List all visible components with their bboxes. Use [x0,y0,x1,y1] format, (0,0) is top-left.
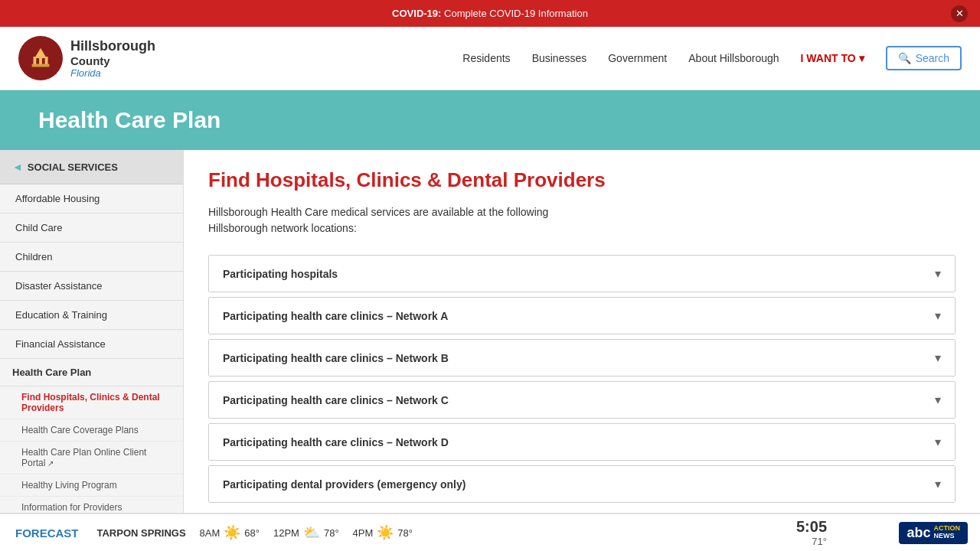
sidebar-item-financial-assistance[interactable]: Financial Assistance [0,330,183,359]
main-content: Find Hospitals, Clinics & Dental Provide… [184,150,980,517]
chevron-down-icon: ▾ [935,266,941,281]
accordion-network-d-header[interactable]: Participating health care clinics – Netw… [209,424,955,460]
accordion-network-a: Participating health care clinics – Netw… [208,297,956,334]
search-label: Search [916,52,949,64]
accordion-dental-header[interactable]: Participating dental providers (emergenc… [209,466,955,502]
chevron-down-icon: ▾ [935,350,941,365]
alert-close-button[interactable]: ✕ [951,5,968,22]
sidebar-item-affordable-housing[interactable]: Affordable Housing [0,184,183,214]
accordion-network-b: Participating health care clinics – Netw… [208,339,956,377]
logo-area: Hillsborough County Florida [18,36,155,80]
sidebar-item-child-care[interactable]: Child Care [0,214,183,243]
logo-florida-label: Florida [70,67,155,79]
nav-government[interactable]: Government [608,52,667,64]
accordion-network-b-label: Participating health care clinics – Netw… [223,352,449,364]
search-button[interactable]: 🔍 Search [886,46,962,70]
content-desc-line1: Hillsborough Health Care medical service… [208,206,548,218]
page-header-bar: Health Care Plan [0,90,980,150]
chevron-down-icon: ▾ [859,52,864,64]
accordion-network-c-label: Participating health care clinics – Netw… [223,394,449,406]
back-arrow-icon: ◄ [12,161,23,173]
nav-i-want-label: I WANT TO [801,52,856,64]
sun-icon-4pm: ☀️ [377,524,394,541]
sidebar-back-button[interactable]: ◄ SOCIAL SERVICES [0,150,183,184]
accordion-hospitals-header[interactable]: Participating hospitals ▾ [209,256,955,292]
accordion-hospitals-label: Participating hospitals [223,268,338,280]
sidebar-sub-find-hospitals[interactable]: Find Hospitals, Clinics & Dental Provide… [0,386,183,419]
sidebar-item-education-training[interactable]: Education & Training [0,301,183,330]
svg-rect-6 [42,58,45,64]
news-logo: abc ACTION NEWS [899,522,968,544]
svg-rect-5 [36,58,39,64]
accordion-network-c-header[interactable]: Participating health care clinics – Netw… [209,382,955,418]
chevron-down-icon: ▾ [935,308,941,323]
nav-residents[interactable]: Residents [462,52,510,64]
logo-county-name: Hillsborough [70,38,155,54]
sidebar-sub-online-portal[interactable]: Health Care Plan Online Client Portal [0,442,183,474]
sidebar-sub-healthy-living[interactable]: Healthy Living Program [0,474,183,497]
accordion-network-d: Participating health care clinics – Netw… [208,423,956,461]
sun-icon-8am: ☀️ [224,524,240,541]
sidebar: ◄ SOCIAL SERVICES Affordable Housing Chi… [0,150,184,517]
clock-temp: 71° [812,536,827,547]
accordion-network-c: Participating health care clinics – Netw… [208,381,956,419]
clock-time: 5:05 [796,518,827,536]
sidebar-item-disaster-assistance[interactable]: Disaster Assistance [0,272,183,301]
content-description: Hillsborough Health Care medical service… [208,204,956,236]
accordion-network-a-label: Participating health care clinics – Netw… [223,310,448,322]
time-label-8am: 8AM [200,527,220,539]
nav-about[interactable]: About Hillsborough [688,52,779,64]
svg-rect-4 [32,64,50,67]
accordion-dental: Participating dental providers (emergenc… [208,465,956,503]
sidebar-sub-coverage-plans[interactable]: Health Care Coverage Plans [0,419,183,442]
page-title: Health Care Plan [38,107,220,133]
alert-message: Complete COVID-19 Information [444,8,588,19]
accordion-network-b-header[interactable]: Participating health care clinics – Netw… [209,340,955,376]
nav-businesses[interactable]: Businesses [532,52,587,64]
alert-prefix: COVID-19: [392,8,441,19]
content-title: Find Hospitals, Clinics & Dental Provide… [208,168,956,192]
temp-12pm: 78° [324,527,339,539]
partly-cloudy-icon-12pm: ⛅ [303,524,320,541]
forecast-items: TARPON SPRINGS 8AM ☀️ 68° 12PM ⛅ 78° 4PM… [97,524,965,541]
chevron-down-icon: ▾ [935,393,941,407]
sidebar-back-label: SOCIAL SERVICES [28,161,118,173]
news-label: NEWS [934,533,961,540]
main-layout: ◄ SOCIAL SERVICES Affordable Housing Chi… [0,150,980,517]
forecast-location: TARPON SPRINGS [97,527,186,539]
content-desc-line2: Hillsborough network locations: [208,222,357,234]
forecast-8am: 8AM ☀️ 68° [200,524,260,541]
accordion-network-a-header[interactable]: Participating health care clinics – Netw… [209,298,955,334]
accordion-network-d-label: Participating health care clinics – Netw… [223,436,449,448]
logo-county-label: County [70,54,155,67]
forecast-4pm: 4PM ☀️ 78° [353,524,413,541]
logo-text: Hillsborough County Florida [70,38,155,79]
sidebar-section-health-care: Health Care Plan [0,359,183,386]
forecast-label: FORECAST [15,527,79,540]
sidebar-item-children[interactable]: Children [0,243,183,272]
logo-icon [18,36,63,80]
bottom-bar: FORECAST TARPON SPRINGS 8AM ☀️ 68° 12PM … [0,513,980,551]
search-icon: 🔍 [898,52,911,64]
temp-4pm: 78° [397,527,413,539]
nav-area: Residents Businesses Government About Hi… [462,46,962,70]
header: Hillsborough County Florida Residents Bu… [0,27,980,90]
alert-bar: COVID-19: Complete COVID-19 Information … [0,0,980,27]
forecast-12pm: 12PM ⛅ 78° [273,524,339,541]
time-widget: 5:05 71° [796,518,827,547]
time-label-12pm: 12PM [273,527,299,539]
accordion-hospitals: Participating hospitals ▾ [208,255,956,292]
chevron-down-icon: ▾ [935,477,941,491]
accordion-dental-label: Participating dental providers (emergenc… [223,478,466,491]
temp-8am: 68° [244,527,260,539]
abc-icon: abc [906,525,930,541]
nav-i-want-to[interactable]: I WANT TO ▾ [801,52,864,64]
chevron-down-icon: ▾ [935,435,941,449]
time-label-4pm: 4PM [353,527,374,539]
